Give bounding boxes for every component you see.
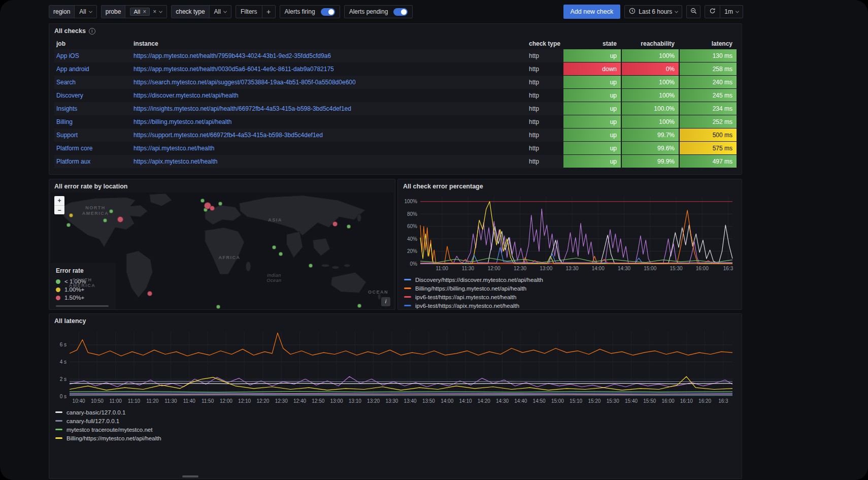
instance-link[interactable]: https://api.mytestco.net/health [131,142,527,155]
svg-text:16:00: 16:00 [696,266,709,271]
job-link[interactable]: Platform aux [54,155,131,168]
region-filter-label: region [49,6,75,18]
table-row[interactable]: Searchhttps://search.mytestco.net/api/su… [54,76,737,89]
job-link[interactable]: Billing [54,115,131,129]
svg-text:2 s: 2 s [60,376,66,382]
job-link[interactable]: App android [54,62,131,76]
panel-title[interactable]: All latency [54,317,86,325]
remove-chip-icon[interactable]: × [143,9,146,15]
map-stage[interactable]: + − i Error rate < 1.00%1.00%+1.50%+ NOR… [51,193,393,309]
alerts-pending-toggle[interactable] [393,8,408,16]
instance-link[interactable]: https://discover.mytestco.net/api/health [131,89,527,102]
table-row[interactable]: Platform auxhttps://apix.mytestco.net/he… [54,155,737,168]
legend-item[interactable]: ipv6-test/https://api.mytestco.net/healt… [404,293,742,301]
info-icon[interactable]: i [89,28,95,35]
instance-link[interactable]: https://insights.mytestco.net/api/health… [131,102,527,115]
map-marker-low[interactable] [103,218,107,222]
refresh-interval-select[interactable]: 1m [720,6,743,18]
table-row[interactable]: Discoveryhttps://discover.mytestco.net/a… [54,89,737,102]
alerts-firing-toggle[interactable] [321,8,335,16]
map-marker-low[interactable] [279,252,283,256]
filters-control[interactable]: Filters + [236,5,276,18]
map-marker-low[interactable] [109,209,113,213]
instance-link[interactable]: https://billing.mytestco.net/api/health [131,115,527,129]
all-checks-panel: All checks i job instance check type sta… [49,23,742,175]
region-filter-value[interactable]: All [75,8,96,15]
legend-item[interactable]: canary-full/127.0.0.1 [55,417,742,425]
alerts-firing-label: Alerts firing [280,8,320,15]
panel-title[interactable]: All error rate by location [54,183,127,190]
job-link[interactable]: Insights [54,102,131,115]
map-zoom-out-button[interactable]: − [54,205,64,214]
job-link[interactable]: Support [54,129,131,142]
table-row[interactable]: Billinghttps://billing.mytestco.net/api/… [54,115,737,129]
svg-text:10:40: 10:40 [73,398,85,404]
svg-text:13:00: 13:00 [540,266,552,271]
error-percentage-chart[interactable]: 11:0011:3012:0012:3013:0013:3014:0014:30… [403,193,737,272]
map-zoom-in-button[interactable]: + [54,196,64,205]
scrollbar-thumb[interactable] [182,475,198,477]
job-link[interactable]: Discovery [54,89,131,102]
latency-chart[interactable]: 10:4010:5011:0011:1011:2011:3011:4011:50… [54,327,737,404]
map-marker-mid[interactable] [69,213,73,217]
latency-cell: 240 ms [679,76,737,89]
map-marker-low[interactable] [357,304,361,308]
instance-link[interactable]: https://support.mytestco.net/66972fb4-4a… [131,129,527,142]
map-marker-low[interactable] [201,199,205,203]
legend-item[interactable]: mytestco traceroute/mytestco.net [55,425,742,434]
job-link[interactable]: Search [54,76,131,89]
map-marker-low[interactable] [347,225,351,229]
legend-item[interactable]: Billing/https://mytestco.net/api/health [55,434,742,442]
map-marker-high[interactable] [147,291,152,296]
legend-item[interactable]: Billing/https://billing.mytestco.net/api… [404,284,742,293]
job-link[interactable]: Platform core [54,142,131,155]
instance-link[interactable]: https://search.mytestco.net/api/suggest/… [131,76,527,89]
col-check-type[interactable]: check type [527,40,563,47]
region-filter[interactable]: region All [49,5,97,18]
legend-item[interactable]: canary-basic/127.0.0.1 [55,408,742,417]
col-instance[interactable]: instance [131,40,527,47]
table-row[interactable]: Platform corehttps://api.mytestco.net/he… [54,142,737,155]
refresh-button[interactable] [705,6,720,18]
col-latency[interactable]: latency [679,40,737,47]
svg-text:13:30: 13:30 [565,266,578,271]
check-type-filter[interactable]: check type All [171,5,231,18]
col-state[interactable]: state [563,40,621,47]
instance-link[interactable]: https://apix.mytestco.net/health [131,155,527,168]
map-marker-low[interactable] [272,245,276,249]
table-row[interactable]: Supporthttps://support.mytestco.net/6697… [54,129,737,142]
panel-title[interactable]: All checks [54,27,86,35]
map-marker-low[interactable] [309,264,313,268]
instance-link[interactable]: https://app.mytestco.net/health/0030d5a6… [131,62,527,76]
legend-item[interactable]: 1.50%+ [56,294,109,302]
map-marker-low[interactable] [216,305,220,309]
instance-link[interactable]: https://app.mytestco.net/health/7959b443… [131,49,527,62]
probe-filter-chip[interactable]: All × [130,8,150,16]
col-reachability[interactable]: reachability [621,40,679,47]
table-row[interactable]: App iOShttps://app.mytestco.net/health/7… [54,49,737,62]
col-job[interactable]: job [54,40,131,47]
map-marker-high[interactable] [117,216,123,222]
map-marker-low[interactable] [66,223,71,227]
svg-text:16:10: 16:10 [680,398,693,404]
probe-filter[interactable]: probe All × × [101,5,168,18]
time-range-picker[interactable]: Last 6 hours [624,5,682,18]
legend-item[interactable]: ipv6-test/https://apix.mytestco.net/heal… [404,301,742,310]
svg-text:11:10: 11:10 [128,398,141,404]
zoom-out-time-button[interactable] [686,5,700,18]
map-marker-low[interactable] [218,202,222,206]
check-type-filter-value[interactable]: All [210,8,231,15]
map-attribution-button[interactable]: i [381,297,390,306]
job-link[interactable]: App iOS [54,49,131,62]
map-marker-high[interactable] [332,221,338,227]
panel-title[interactable]: All check error percentage [403,183,483,190]
map-marker-high[interactable] [210,206,215,211]
table-row[interactable]: App androidhttps://app.mytestco.net/heal… [54,62,737,76]
legend-item[interactable]: Discovery/https://discover.mytestco.net/… [404,275,742,284]
clear-filter-icon[interactable]: × [153,9,156,15]
map-legend-scrollbar[interactable] [56,305,109,307]
table-row[interactable]: Insightshttps://insights.mytestco.net/ap… [54,102,737,115]
add-filter-button[interactable]: + [262,6,275,18]
add-new-check-button[interactable]: Add new check [563,5,621,19]
legend-swatch [56,296,60,300]
